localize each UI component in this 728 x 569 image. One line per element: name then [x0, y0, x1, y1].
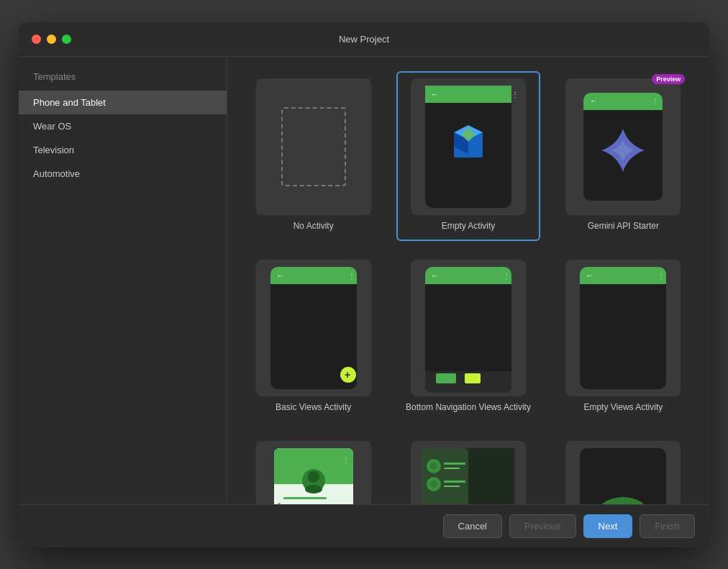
template-gemini-preview: Preview ← ⋮	[565, 78, 681, 215]
svg-rect-67	[444, 486, 460, 487]
sidebar-item-wear-os[interactable]: Wear OS	[19, 114, 227, 138]
template-empty-activity-label: Empty Activity	[442, 221, 496, 231]
template-nav-drawer[interactable]: ⋮	[242, 434, 385, 504]
template-bottom-nav-label: Bottom Navigation Views Activity	[406, 402, 531, 412]
template-basic-views-preview: ← ⋮ +	[256, 260, 371, 396]
svg-rect-59	[422, 448, 461, 504]
svg-point-45	[305, 485, 322, 493]
svg-text:←: ←	[431, 271, 439, 280]
svg-text:⋮: ⋮	[658, 272, 665, 280]
template-empty-views-label: Empty Views Activity	[583, 402, 663, 412]
nav-drawer-svg: ⋮	[256, 441, 371, 504]
no-activity-dashed-box	[281, 107, 346, 186]
svg-text:←: ←	[431, 90, 439, 99]
template-bottom-nav[interactable]: ← ⋮ Bottom Navigation Views Activity	[396, 252, 540, 422]
template-gemini-label: Gemini API Starter	[588, 221, 659, 231]
empty-activity-svg: ← ⋮	[411, 78, 526, 215]
window-title: New Project	[339, 34, 389, 45]
svg-text:⋮: ⋮	[503, 272, 510, 280]
empty-views-svg: ← ⋮	[565, 260, 681, 396]
content-area: Templates Phone and Tablet Wear OS Telev…	[19, 57, 709, 504]
svg-rect-69	[468, 448, 515, 504]
svg-point-61	[430, 463, 437, 470]
window-controls	[32, 35, 71, 44]
svg-text:⋮: ⋮	[652, 97, 659, 105]
template-responsive[interactable]: + Responsive Views Activity	[396, 434, 540, 504]
template-empty-activity[interactable]: ← ⋮	[396, 71, 540, 241]
svg-text:⋮: ⋮	[511, 91, 519, 99]
finish-button[interactable]: Finish	[640, 514, 695, 538]
svg-rect-62	[444, 463, 465, 465]
sidebar-item-phone-tablet[interactable]: Phone and Tablet	[19, 91, 227, 114]
svg-rect-32	[436, 373, 456, 383]
preview-badge: Preview	[652, 74, 685, 84]
template-no-activity-preview	[256, 78, 371, 215]
template-empty-views-preview: ← ⋮	[565, 260, 681, 396]
svg-rect-33	[465, 373, 481, 383]
svg-rect-70	[514, 448, 515, 504]
footer: Cancel Previous Next Finish	[19, 504, 709, 547]
template-nav-drawer-preview: ⋮	[256, 441, 371, 504]
next-button[interactable]: Next	[583, 514, 633, 538]
template-no-activity-label: No Activity	[294, 221, 334, 231]
templates-grid: No Activity ←	[242, 71, 695, 504]
svg-text:←: ←	[590, 96, 598, 105]
template-empty-activity-preview: ← ⋮	[411, 78, 526, 215]
minimize-button[interactable]	[47, 35, 56, 44]
svg-point-44	[308, 471, 319, 483]
responsive-svg: +	[411, 441, 526, 504]
game-svg	[565, 441, 681, 504]
template-no-activity[interactable]: No Activity	[242, 71, 385, 241]
basic-views-svg: ← ⋮ +	[256, 260, 371, 396]
maximize-button[interactable]	[62, 35, 71, 44]
template-bottom-nav-preview: ← ⋮	[411, 260, 526, 396]
svg-rect-66	[444, 481, 465, 483]
gemini-svg: ← ⋮	[580, 89, 666, 204]
svg-rect-63	[444, 468, 460, 469]
svg-text:⋮: ⋮	[348, 272, 355, 280]
template-responsive-preview: +	[411, 441, 526, 504]
cancel-button[interactable]: Cancel	[443, 514, 502, 538]
template-basic-views[interactable]: ← ⋮ + Basic Views Activity	[242, 252, 385, 422]
svg-text:⋮: ⋮	[342, 456, 350, 464]
sidebar-label: Templates	[19, 71, 227, 91]
svg-text:+: +	[345, 369, 350, 381]
new-project-window: New Project Templates Phone and Tablet W…	[19, 22, 709, 547]
sidebar-item-automotive[interactable]: Automotive	[19, 162, 227, 186]
svg-rect-46	[283, 497, 327, 499]
previous-button[interactable]: Previous	[509, 514, 576, 538]
sidebar-item-television[interactable]: Television	[19, 138, 227, 162]
templates-area: No Activity ←	[227, 57, 709, 504]
svg-point-65	[430, 481, 437, 488]
svg-text:←: ←	[586, 271, 593, 280]
svg-rect-75	[580, 448, 666, 504]
template-game-preview	[565, 441, 681, 504]
template-gemini-api-starter[interactable]: Preview ← ⋮	[552, 71, 695, 241]
template-empty-views[interactable]: ← ⋮ Empty Views Activity	[552, 252, 695, 422]
template-game[interactable]: Game Activity	[552, 434, 695, 504]
sidebar: Templates Phone and Tablet Wear OS Telev…	[19, 57, 227, 504]
svg-text:←: ←	[276, 271, 284, 280]
bottom-nav-svg: ← ⋮	[411, 260, 526, 396]
svg-rect-25	[425, 267, 511, 389]
close-button[interactable]	[32, 35, 41, 44]
titlebar: New Project	[19, 22, 709, 57]
svg-rect-34	[580, 267, 666, 389]
template-basic-views-label: Basic Views Activity	[276, 402, 351, 412]
